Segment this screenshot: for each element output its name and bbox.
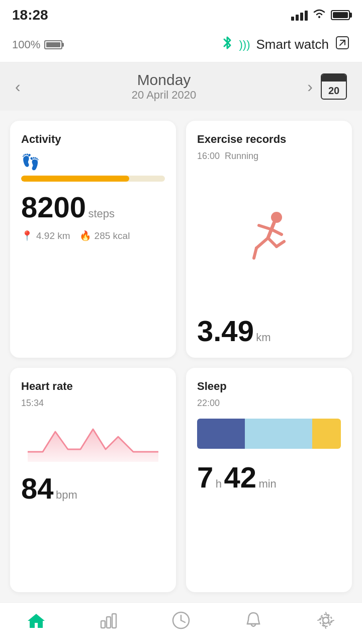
activity-progress-fill (21, 176, 129, 182)
bluetooth-waves-icon: ))) (239, 38, 250, 51)
sleep-minutes-unit: min (258, 477, 276, 490)
exercise-dist-unit: km (256, 331, 270, 344)
svg-line-10 (277, 242, 284, 247)
nav-clock[interactable] (161, 611, 201, 632)
calories-display: 🔥 285 kcal (79, 230, 130, 242)
svg-rect-13 (107, 617, 111, 628)
sleep-title: Sleep (197, 380, 341, 393)
heart-rate-card[interactable]: Heart rate 15:34 84 bpm (10, 368, 176, 593)
calories-icon: 🔥 (79, 230, 92, 242)
exercise-dist-num: 3.49 (197, 314, 254, 347)
battery-percent: 100% (12, 38, 40, 51)
calories-value: 285 kcal (95, 230, 130, 242)
bpm-number: 84 (21, 472, 54, 505)
svg-rect-12 (101, 621, 105, 628)
sleep-hours-unit: h (216, 477, 222, 490)
full-date: 20 April 2020 (132, 89, 196, 102)
battery-icon (331, 10, 350, 20)
day-name: Monday (132, 71, 196, 89)
svg-line-7 (256, 238, 268, 248)
svg-line-8 (254, 248, 256, 258)
heart-rate-time: 15:34 (21, 398, 165, 409)
sleep-light-seg (245, 419, 312, 449)
footsteps-icon: 👣 (21, 153, 165, 171)
svg-rect-14 (112, 614, 116, 628)
bpm-unit: bpm (56, 489, 77, 501)
sleep-duration: 7 h 42 min (197, 463, 341, 492)
sleep-deep-seg (197, 419, 245, 449)
heart-rate-title: Heart rate (21, 380, 165, 393)
steps-display: 8200 steps (21, 193, 165, 222)
nav-home[interactable] (16, 612, 56, 631)
steps-unit: steps (88, 207, 115, 220)
sleep-hours-num: 7 (197, 461, 213, 494)
distance-icon: 📍 (21, 230, 33, 242)
status-time: 18:28 (12, 7, 48, 23)
svg-point-20 (320, 614, 332, 626)
svg-line-6 (272, 229, 282, 234)
bluetooth-bar: 100% ))) Smart watch (0, 30, 362, 62)
signal-icon (291, 10, 308, 21)
device-name: Smart watch (256, 37, 329, 52)
heart-rate-chart (21, 417, 165, 462)
calendar-button[interactable]: 20 (321, 73, 347, 100)
exercise-time: 16:00 (197, 151, 220, 162)
sleep-minutes-num: 42 (224, 461, 256, 494)
activity-progress-bar (21, 176, 165, 182)
device-section: ))) Smart watch (221, 35, 350, 54)
bottom-nav (0, 602, 362, 644)
clock-icon (171, 611, 191, 632)
gear-icon (316, 611, 335, 632)
battery-percent-section: 100% (12, 38, 62, 51)
status-bar: 18:28 (0, 0, 362, 30)
svg-line-2 (340, 40, 345, 45)
sleep-chart (197, 419, 341, 449)
status-right (291, 9, 350, 22)
prev-day-button[interactable]: ‹ (15, 77, 21, 96)
calendar-date-num: 20 (328, 85, 339, 99)
next-day-button[interactable]: › (307, 77, 313, 96)
distance-display: 📍 4.92 km (21, 230, 70, 242)
sleep-rem-seg (312, 419, 341, 449)
svg-point-0 (318, 16, 320, 18)
svg-marker-11 (28, 614, 45, 628)
sleep-time: 22:00 (197, 398, 341, 409)
share-icon[interactable] (335, 35, 350, 54)
sleep-card[interactable]: Sleep 22:00 7 h 42 min (186, 368, 352, 593)
svg-line-5 (259, 225, 272, 229)
wifi-icon (313, 9, 326, 22)
heart-rate-value: 84 bpm (21, 474, 165, 503)
stats-icon (99, 612, 118, 631)
exercise-time-type: 16:00 Running (197, 151, 341, 162)
battery-small-icon (44, 40, 62, 49)
nav-settings[interactable] (306, 611, 346, 632)
exercise-type: Running (225, 151, 258, 162)
exercise-title: Exercise records (197, 133, 341, 146)
date-nav: ‹ Monday 20 April 2020 › 20 (0, 62, 362, 111)
nav-stats[interactable] (88, 612, 129, 631)
svg-line-9 (268, 238, 277, 247)
bell-icon (244, 611, 262, 632)
cards-grid: Activity 👣 8200 steps 📍 4.92 km 🔥 285 kc… (0, 111, 362, 602)
date-display: Monday 20 April 2020 (132, 71, 196, 102)
activity-meta: 📍 4.92 km 🔥 285 kcal (21, 230, 165, 242)
activity-card[interactable]: Activity 👣 8200 steps 📍 4.92 km 🔥 285 kc… (10, 121, 176, 358)
nav-notifications[interactable] (233, 611, 274, 632)
calendar-top-bar (322, 74, 346, 82)
svg-point-3 (271, 212, 282, 223)
activity-title: Activity (21, 133, 165, 146)
steps-number: 8200 (21, 191, 86, 223)
bluetooth-icon (221, 35, 233, 54)
exercise-distance: 3.49 km (197, 316, 341, 346)
exercise-card[interactable]: Exercise records 16:00 Running (186, 121, 352, 358)
runner-figure (197, 172, 341, 304)
home-icon (27, 612, 46, 631)
svg-point-19 (323, 617, 329, 623)
distance-value: 4.92 km (36, 230, 70, 242)
svg-line-17 (181, 620, 185, 622)
